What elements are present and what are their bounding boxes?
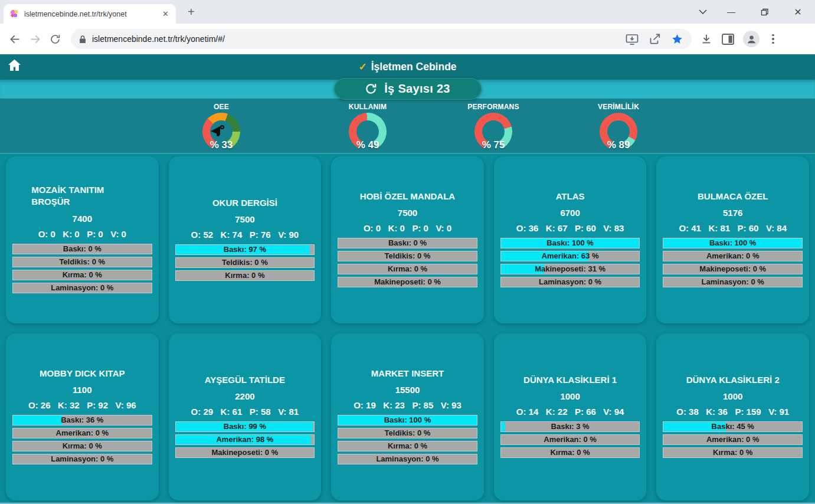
browser-toolbar: isletmencebinde.net.tr/trk/yonetim/#/ xyxy=(0,24,815,54)
new-tab-button[interactable]: + xyxy=(188,5,195,18)
address-bar[interactable]: isletmencebinde.net.tr/trk/yonetim/#/ xyxy=(71,29,692,49)
job-progress-bars: Baskı: 0 % Teldikis: 0 % Kırma: 0 % Lami… xyxy=(12,244,152,296)
progress-label: Baskı: 0 % xyxy=(338,238,477,248)
process-progress-bar: Teldikis: 0 % xyxy=(338,428,477,438)
process-progress-bar: Laminasyon: 0 % xyxy=(338,454,477,464)
job-progress-bars: Baskı: 3 % Amerikan: 0 % Kırma: 0 % xyxy=(500,421,640,460)
install-app-icon[interactable] xyxy=(626,33,639,45)
process-progress-bar: Baskı: 97 % xyxy=(175,244,315,255)
back-icon[interactable] xyxy=(6,30,24,48)
progress-label: Baskı: 97 % xyxy=(176,245,315,254)
process-progress-bar: Baskı: 99 % xyxy=(175,421,315,432)
progress-label: Kırma: 0 % xyxy=(501,448,640,457)
kpi-gauge: PERFORMANS % 75 xyxy=(455,103,532,150)
progress-label: Amerikan: 0 % xyxy=(663,435,802,444)
minimize-button[interactable]: — xyxy=(715,0,748,24)
process-progress-bar: Makineposeti: 0 % xyxy=(663,264,803,274)
process-progress-bar: Kırma: 0 % xyxy=(663,447,803,458)
window-close-button[interactable]: ✕ xyxy=(781,0,815,24)
job-counter-label: İş Sayısı 23 xyxy=(384,82,450,96)
progress-label: Amerikan: 0 % xyxy=(13,428,152,438)
process-progress-bar: Amerikan: 63 % xyxy=(500,251,640,261)
job-progress-bars: Baskı: 97 % Teldikis: 0 % Kırma: 0 % xyxy=(175,244,315,283)
progress-label: Laminasyon: 0 % xyxy=(338,454,477,464)
job-title: DÜNYA KLASİKLERİ 2 xyxy=(663,374,803,387)
job-card: MOZAİK TANITIM BROŞÜR 7400 O: 0 K: 0 P: … xyxy=(6,156,159,323)
process-progress-bar: Baskı: 100 % xyxy=(500,238,640,248)
job-title: AYŞEGÜL TATİLDE xyxy=(175,374,315,387)
gauge-label: VERİMLİLİK xyxy=(580,103,657,111)
forward-icon[interactable] xyxy=(26,30,44,48)
progress-label: Kırma: 0 % xyxy=(338,441,477,451)
home-button[interactable] xyxy=(8,59,21,71)
process-progress-bar: Laminasyon: 0 % xyxy=(500,277,640,287)
process-progress-bar: Baskı: 3 % xyxy=(500,421,640,432)
job-quantity: 7400 xyxy=(12,214,152,224)
progress-label: Baskı: 100 % xyxy=(501,238,640,248)
tab-search-chevron-icon[interactable] xyxy=(691,0,715,24)
job-title: HOBİ ÖZEL MANDALA xyxy=(338,190,477,203)
job-card: DÜNYA KLASİKLERİ 2 1000 O: 38 K: 36 P: 1… xyxy=(656,333,809,500)
profile-avatar[interactable] xyxy=(743,31,760,47)
process-progress-bar: Amerikan: 98 % xyxy=(175,434,315,445)
job-progress-bars: Baskı: 99 % Amerikan: 98 % Makineposeti:… xyxy=(175,421,315,460)
gauge-label: OEE xyxy=(183,103,260,111)
process-progress-bar: Baskı: 36 % xyxy=(12,415,152,426)
gauge-value: % 33 xyxy=(202,139,240,151)
job-okpv-stats: O: 38 K: 36 P: 159 V: 91 xyxy=(663,407,803,417)
page-bottom-edge xyxy=(0,500,815,504)
progress-label: Baskı: 100 % xyxy=(338,415,477,425)
side-panel-icon[interactable] xyxy=(722,34,734,45)
progress-label: Kırma: 0 % xyxy=(13,270,152,280)
process-progress-bar: Kırma: 0 % xyxy=(338,264,477,274)
check-icon: ✓ xyxy=(358,61,366,73)
progress-label: Baskı: 45 % xyxy=(663,422,802,431)
process-progress-bar: Baskı: 100 % xyxy=(663,238,803,248)
progress-label: Teldikis: 0 % xyxy=(176,258,315,267)
job-progress-bars: Baskı: 0 % Teldikis: 0 % Kırma: 0 % Maki… xyxy=(338,238,477,290)
tab-close-icon[interactable]: ✕ xyxy=(161,9,170,18)
process-progress-bar: Amerikan: 0 % xyxy=(663,434,803,445)
job-okpv-stats: O: 19 K: 23 P: 85 V: 93 xyxy=(338,400,477,410)
job-title: OKUR DERGİSİ xyxy=(175,197,315,210)
process-progress-bar: Teldikis: 0 % xyxy=(338,251,477,261)
process-progress-bar: Kırma: 0 % xyxy=(12,441,152,451)
gauge-label: KULLANIM xyxy=(329,103,406,111)
process-progress-bar: Baskı: 100 % xyxy=(338,415,477,426)
progress-label: Laminasyon: 0 % xyxy=(501,277,640,287)
process-progress-bar: Amerikan: 0 % xyxy=(663,251,803,261)
reload-icon[interactable] xyxy=(46,30,64,48)
job-card: HOBİ ÖZEL MANDALA 7500 O: 0 K: 0 P: 0 V:… xyxy=(331,156,484,323)
job-counter-pill[interactable]: İş Sayısı 23 xyxy=(334,78,482,100)
process-progress-bar: Teldikis: 0 % xyxy=(12,257,152,267)
progress-label: Kırma: 0 % xyxy=(338,264,477,274)
gauge-value: % 49 xyxy=(349,139,387,151)
job-quantity: 7500 xyxy=(338,208,477,218)
job-title: DÜNYA KLASİKLERİ 1 xyxy=(500,374,640,387)
gauge-value: % 75 xyxy=(474,139,512,151)
restore-button[interactable] xyxy=(748,0,781,24)
job-progress-bars: Baskı: 100 % Teldikis: 0 % Kırma: 0 % La… xyxy=(338,415,477,467)
browser-menu-icon[interactable] xyxy=(768,34,778,44)
job-card: OKUR DERGİSİ 7500 O: 52 K: 74 P: 76 V: 9… xyxy=(169,156,322,323)
process-progress-bar: Amerikan: 0 % xyxy=(12,428,152,438)
job-card: AYŞEGÜL TATİLDE 2200 O: 29 K: 61 P: 58 V… xyxy=(169,333,322,500)
process-progress-bar: Laminasyon: 0 % xyxy=(12,454,152,464)
job-progress-bars: Baskı: 36 % Amerikan: 0 % Kırma: 0 % Lam… xyxy=(12,415,152,467)
browser-tab[interactable]: isletmencebinde.net.tr/trk/yonet ✕ xyxy=(4,4,176,24)
job-okpv-stats: O: 41 K: 81 P: 60 V: 84 xyxy=(663,223,803,233)
process-progress-bar: Kırma: 0 % xyxy=(338,441,477,451)
share-icon[interactable] xyxy=(649,33,661,45)
bookmark-star-icon[interactable] xyxy=(671,33,683,45)
tab-title: isletmencebinde.net.tr/trk/yonet xyxy=(24,10,156,18)
process-progress-bar: Kırma: 0 % xyxy=(175,270,315,281)
process-progress-bar: Kırma: 0 % xyxy=(500,447,640,458)
process-progress-bar: Makineposeti: 0 % xyxy=(338,277,477,287)
job-okpv-stats: O: 29 K: 61 P: 58 V: 81 xyxy=(175,407,315,417)
downloads-icon[interactable] xyxy=(700,32,713,45)
job-okpv-stats: O: 26 K: 32 P: 92 V: 96 xyxy=(12,400,152,410)
job-quantity: 5176 xyxy=(663,208,803,218)
app-title-text: İşletmen Cebinde xyxy=(371,61,457,73)
gauge-dial: % 49 xyxy=(349,113,387,150)
refresh-icon[interactable] xyxy=(365,83,377,95)
